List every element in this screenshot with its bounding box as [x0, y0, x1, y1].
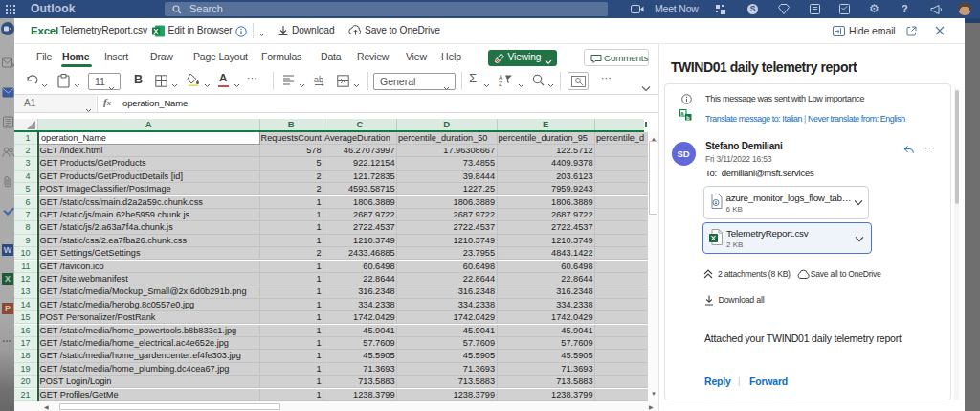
svg-text:a: a: [680, 110, 684, 116]
svg-text:A: A: [499, 74, 503, 80]
svg-text:Z: Z: [499, 80, 502, 86]
